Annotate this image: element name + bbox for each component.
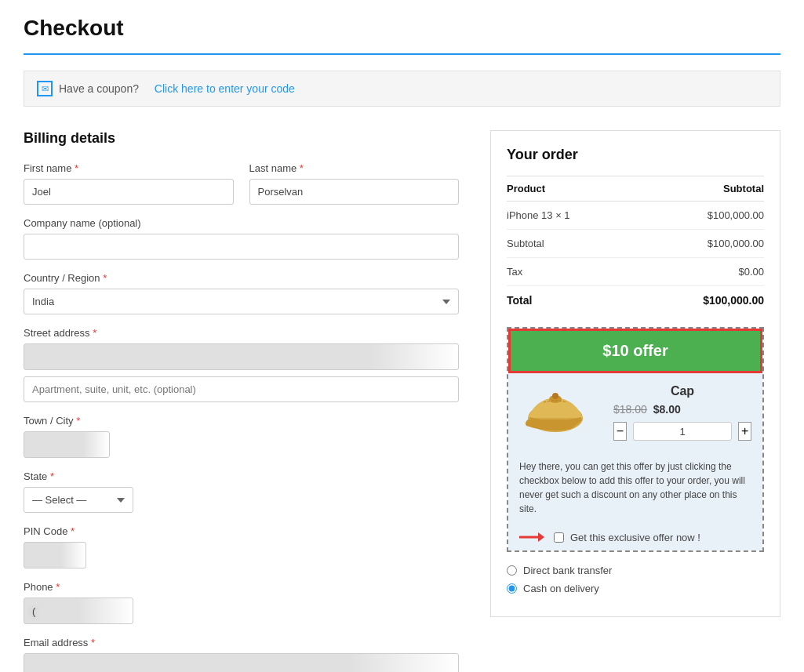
- arrow-icon: [519, 530, 544, 544]
- billing-section: Billing details First name * Last name *…: [24, 130, 459, 672]
- billing-title: Billing details: [24, 130, 459, 147]
- last-name-label: Last name *: [249, 162, 460, 174]
- offer-description: Hey there, you can get this offer by jus…: [508, 452, 762, 524]
- payment-option-bank: Direct bank transfer: [507, 565, 764, 576]
- cod-radio[interactable]: [507, 583, 517, 594]
- svg-point-2: [552, 393, 558, 399]
- red-arrow-svg: [519, 530, 544, 544]
- street-group: Street address *: [24, 327, 459, 402]
- col-subtotal: Subtotal: [638, 176, 764, 202]
- first-name-input[interactable]: [24, 179, 234, 205]
- bank-transfer-label: Direct bank transfer: [523, 565, 612, 576]
- cap-text-col: Cap $18.00 $8.00 − +: [602, 373, 762, 452]
- cap-price: $18.00 $8.00: [613, 403, 751, 416]
- state-label: State *: [24, 470, 459, 482]
- phone-input[interactable]: (: [24, 598, 133, 624]
- name-row: First name * Last name *: [24, 162, 459, 205]
- first-name-label: First name *: [24, 162, 234, 174]
- city-label: Town / City *: [24, 415, 459, 427]
- exclusive-offer-row: Get this exclusive offer now !: [508, 524, 762, 550]
- svg-marker-4: [538, 532, 544, 542]
- country-label: Country / Region *: [24, 272, 459, 284]
- street-label: Street address *: [24, 327, 459, 339]
- email-input[interactable]: [24, 653, 459, 672]
- order-title: Your order: [507, 147, 764, 163]
- order-section: Your order Product Subtotal iPhone 13 × …: [490, 130, 780, 617]
- row-name: Subtotal: [507, 230, 638, 258]
- main-layout: Billing details First name * Last name *…: [24, 130, 780, 672]
- last-name-input[interactable]: [249, 179, 460, 205]
- city-input[interactable]: [24, 431, 110, 458]
- company-input[interactable]: [24, 234, 459, 260]
- pin-group: PIN Code *: [24, 525, 459, 568]
- exclusive-offer-label: Get this exclusive offer now !: [570, 532, 700, 543]
- cap-image: [520, 385, 591, 440]
- first-name-group: First name *: [24, 162, 234, 205]
- company-group: Company name (optional): [24, 217, 459, 260]
- row-price: $100,000.00: [638, 230, 764, 258]
- exclusive-offer-checkbox[interactable]: [554, 532, 564, 543]
- header-divider: [24, 53, 780, 55]
- offer-box: $10 offer: [507, 327, 764, 552]
- email-label: Email address *: [24, 637, 459, 648]
- page-title: Checkout: [24, 16, 780, 41]
- coupon-bar: ✉ Have a coupon? Click here to enter you…: [24, 71, 780, 107]
- table-row: iPhone 13 × 1 $100,000.00: [507, 202, 764, 230]
- qty-increase-button[interactable]: +: [738, 422, 751, 441]
- state-group: State * — Select —: [24, 470, 459, 513]
- apartment-input[interactable]: [24, 376, 459, 402]
- row-price: $0.00: [638, 258, 764, 286]
- country-select[interactable]: India United States United Kingdom: [24, 289, 459, 314]
- bank-transfer-radio[interactable]: [507, 565, 517, 576]
- payment-option-cod: Cash on delivery: [507, 583, 764, 594]
- total-row: Total $100,000.00: [507, 286, 764, 315]
- qty-decrease-button[interactable]: −: [613, 422, 627, 441]
- coupon-text: Have a coupon?: [59, 82, 139, 95]
- qty-input[interactable]: [633, 422, 732, 441]
- street-input[interactable]: [24, 343, 459, 370]
- total-price: $100,000.00: [638, 286, 764, 315]
- cod-label: Cash on delivery: [523, 583, 599, 594]
- city-group: Town / City *: [24, 415, 459, 458]
- phone-label: Phone *: [24, 581, 459, 593]
- table-row: Subtotal $100,000.00: [507, 230, 764, 258]
- company-label: Company name (optional): [24, 217, 459, 229]
- cap-row: Cap $18.00 $8.00 − +: [508, 373, 762, 452]
- phone-group: Phone * (: [24, 581, 459, 624]
- row-price: $100,000.00: [638, 202, 764, 230]
- pin-label: PIN Code *: [24, 525, 459, 537]
- qty-control: − +: [613, 422, 751, 441]
- cap-image-col: [508, 373, 602, 452]
- col-product: Product: [507, 176, 638, 202]
- payment-options: Direct bank transfer Cash on delivery: [507, 565, 764, 594]
- coupon-link[interactable]: Click here to enter your code: [155, 82, 295, 95]
- state-select[interactable]: — Select —: [24, 487, 133, 513]
- pin-input[interactable]: [24, 542, 86, 568]
- table-row: Tax $0.00: [507, 258, 764, 286]
- order-table: Product Subtotal iPhone 13 × 1 $100,000.…: [507, 176, 764, 314]
- cap-title: Cap: [613, 384, 751, 398]
- offer-highlight: $10 offer: [508, 329, 762, 373]
- row-name: Tax: [507, 258, 638, 286]
- country-group: Country / Region * India United States U…: [24, 272, 459, 314]
- last-name-group: Last name *: [249, 162, 460, 205]
- old-price: $18.00: [613, 403, 647, 416]
- new-price: $8.00: [653, 403, 681, 416]
- row-name: iPhone 13 × 1: [507, 202, 638, 230]
- coupon-icon: ✉: [37, 81, 53, 96]
- offer-button[interactable]: $10 offer: [511, 331, 760, 371]
- total-label: Total: [507, 286, 638, 315]
- email-group: Email address *: [24, 637, 459, 672]
